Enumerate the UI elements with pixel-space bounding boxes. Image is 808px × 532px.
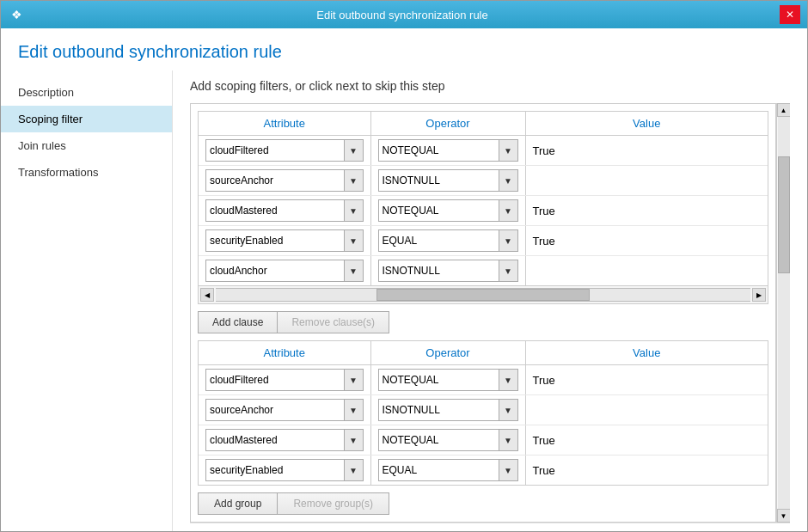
col-operator-2: Operator (370, 341, 525, 365)
attribute-dropdown-arrow-2-1[interactable]: ▼ (345, 369, 364, 391)
operator-dropdown-arrow-2-3[interactable]: ▼ (499, 429, 518, 451)
vertical-scrollbar[interactable]: ▲ ▼ (776, 103, 790, 523)
page-header: Edit outbound synchronization rule (1, 28, 807, 70)
horiz-scroll-track-1[interactable] (216, 288, 750, 302)
table-row: sourceAnchor ▼ (199, 166, 768, 196)
attribute-dropdown-arrow-1-2[interactable]: ▼ (345, 169, 364, 192)
operator-select-2-3[interactable]: NOTEQUAL (378, 429, 499, 451)
attribute-select-2-2[interactable]: sourceAnchor (205, 399, 345, 421)
title-bar-icon: ❖ (8, 6, 25, 23)
filter-table-2: Attribute Operator Value (199, 341, 768, 485)
attribute-dropdown-arrow-2-2[interactable]: ▼ (345, 399, 364, 421)
sidebar-item-scoping-filter[interactable]: Scoping filter (1, 106, 172, 132)
col-operator-1: Operator (370, 112, 525, 136)
operator-select-1-5[interactable]: ISNOTNULL (378, 260, 499, 282)
clause-buttons: Add clause Remove clause(s) (198, 311, 768, 333)
add-clause-button[interactable]: Add clause (198, 311, 277, 333)
step-description: Add scoping filters, or click next to sk… (190, 70, 790, 93)
sidebar: Description Scoping filter Join rules Tr… (1, 70, 173, 531)
operator-dropdown-arrow-2-2[interactable]: ▼ (499, 399, 518, 421)
attribute-dropdown-arrow-2-4[interactable]: ▼ (345, 459, 364, 481)
operator-dropdown-arrow-1-1[interactable]: ▼ (499, 139, 518, 162)
vert-scroll-thumb (778, 156, 790, 274)
table-row: securityEnabled ▼ (199, 226, 768, 256)
attribute-dropdown-arrow-1-4[interactable]: ▼ (345, 229, 364, 252)
attribute-select-1-1[interactable]: cloudFiltered (205, 139, 345, 162)
attribute-dropdown-arrow-1-5[interactable]: ▼ (345, 260, 364, 282)
value-cell-1-1: True (525, 136, 768, 166)
scroll-left-btn-1[interactable]: ◀ (200, 288, 214, 302)
remove-clause-button[interactable]: Remove clause(s) (277, 311, 389, 333)
filter-table-1: Attribute Operator Value (199, 112, 768, 285)
add-group-button[interactable]: Add group (198, 492, 277, 515)
remove-group-button[interactable]: Remove group(s) (277, 492, 389, 515)
attribute-select-1-5[interactable]: cloudAnchor (205, 260, 345, 282)
table-row: cloudFiltered ▼ (199, 365, 768, 395)
attribute-select-2-3[interactable]: cloudMastered (205, 429, 345, 451)
col-value-1: Value (525, 112, 768, 136)
operator-dropdown-arrow-2-1[interactable]: ▼ (499, 369, 518, 391)
operator-select-2-2[interactable]: ISNOTNULL (378, 399, 499, 421)
value-cell-2-3: True (525, 425, 768, 456)
value-cell-2-1: True (525, 365, 768, 395)
value-cell-2-2 (525, 395, 768, 425)
operator-dropdown-arrow-1-3[interactable]: ▼ (499, 199, 518, 222)
scroll-down-btn[interactable]: ▼ (777, 509, 791, 523)
value-cell-1-5 (525, 256, 768, 286)
table-row: cloudFiltered ▼ (199, 136, 768, 166)
page-title: Edit outbound synchronization rule (18, 42, 790, 62)
title-bar: ❖ Edit outbound synchronization rule ✕ (1, 1, 807, 28)
attribute-select-1-3[interactable]: cloudMastered (205, 199, 345, 222)
filter-group-1: Attribute Operator Value (198, 111, 768, 304)
table-row: cloudMastered ▼ (199, 425, 768, 456)
operator-select-1-3[interactable]: NOTEQUAL (378, 199, 499, 222)
attribute-dropdown-arrow-2-3[interactable]: ▼ (345, 429, 364, 451)
horiz-scroll-thumb-1 (376, 289, 591, 301)
title-bar-title: Edit outbound synchronization rule (25, 9, 780, 21)
filter-group-2: Attribute Operator Value (198, 340, 768, 486)
operator-dropdown-arrow-1-5[interactable]: ▼ (499, 260, 518, 282)
attribute-select-2-4[interactable]: securityEnabled (205, 459, 345, 481)
scroll-area[interactable]: Attribute Operator Value (190, 103, 776, 523)
sidebar-item-join-rules[interactable]: Join rules (1, 132, 172, 159)
attribute-select-2-1[interactable]: cloudFiltered (205, 369, 345, 391)
table-row: cloudMastered ▼ (199, 196, 768, 226)
value-cell-1-2 (525, 166, 768, 196)
sidebar-item-description[interactable]: Description (1, 79, 172, 106)
operator-select-1-1[interactable]: NOTEQUAL (378, 139, 499, 162)
attribute-select-1-2[interactable]: sourceAnchor (205, 169, 345, 192)
col-value-2: Value (525, 341, 768, 365)
horiz-scroll-bar-1[interactable]: ◀ ▶ (199, 285, 768, 303)
scroll-up-btn[interactable]: ▲ (777, 103, 791, 117)
operator-select-2-1[interactable]: NOTEQUAL (378, 369, 499, 391)
vert-scroll-track[interactable] (778, 117, 790, 509)
sidebar-item-transformations[interactable]: Transformations (1, 159, 172, 186)
right-panel: Add scoping filters, or click next to sk… (173, 70, 807, 531)
operator-select-1-2[interactable]: ISNOTNULL (378, 169, 499, 192)
table-row: sourceAnchor ▼ (199, 395, 768, 425)
operator-select-2-4[interactable]: EQUAL (378, 459, 499, 481)
operator-dropdown-arrow-1-2[interactable]: ▼ (499, 169, 518, 192)
col-attribute-1: Attribute (199, 112, 370, 136)
col-attribute-2: Attribute (199, 341, 370, 365)
value-cell-1-4: True (525, 226, 768, 256)
scroll-right-btn-1[interactable]: ▶ (752, 288, 766, 302)
attribute-dropdown-arrow-1-1[interactable]: ▼ (345, 139, 364, 162)
attribute-dropdown-arrow-1-3[interactable]: ▼ (345, 199, 364, 222)
group-buttons: Add group Remove group(s) (198, 492, 768, 515)
attribute-select-1-4[interactable]: securityEnabled (205, 229, 345, 252)
operator-dropdown-arrow-2-4[interactable]: ▼ (499, 459, 518, 481)
close-button[interactable]: ✕ (780, 5, 800, 24)
table-row: cloudAnchor ▼ (199, 256, 768, 286)
operator-dropdown-arrow-1-4[interactable]: ▼ (499, 229, 518, 252)
operator-select-1-4[interactable]: EQUAL (378, 229, 499, 252)
bottom-buttons: < Previous Next > Save Cancel (190, 523, 790, 531)
value-cell-1-3: True (525, 196, 768, 226)
table-row: securityEnabled ▼ (199, 456, 768, 486)
value-cell-2-4: True (525, 456, 768, 486)
